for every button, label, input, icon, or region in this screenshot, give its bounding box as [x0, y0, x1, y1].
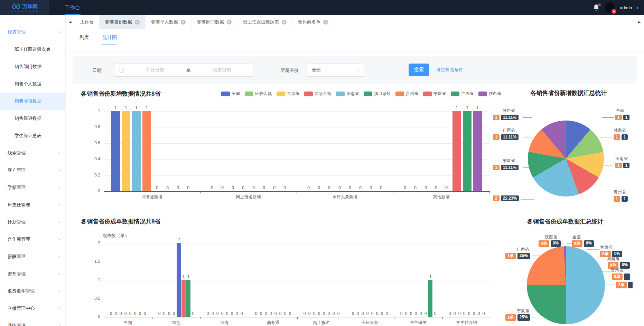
sidebar-item-label: 报表管理	[8, 29, 26, 35]
slice-name: 宁夏省	[503, 158, 515, 164]
close-icon[interactable]: ✕	[227, 20, 232, 25]
sidebar-item-销售个人数据[interactable]: 销售个人数据	[0, 75, 65, 93]
count-badge: 0单	[572, 240, 582, 247]
sidebar-item-计划管理[interactable]: 计划管理›	[0, 213, 65, 231]
logo-glasses-icon	[11, 3, 21, 10]
avatar-plus-badge: +	[612, 9, 616, 14]
tab-销售部门数据[interactable]: 销售部门数据✕	[192, 15, 237, 29]
tab-scroll-left-icon[interactable]: ◀	[66, 20, 75, 24]
pie-chart-orders: 2单宁夏省1单25%广西省1单25%陕西省0单0%全国0单0%甘肃省0单0%湖南…	[498, 218, 633, 326]
sidebar-item-班主任管理[interactable]: 班主任管理›	[0, 196, 65, 213]
avatar[interactable]: +	[605, 2, 615, 13]
pie-circle	[527, 246, 605, 324]
sidebar-item-label: 销售部门数据	[15, 64, 41, 69]
sidebar-item-label: 企微管理中心	[8, 306, 35, 311]
legend-item-应收金额[interactable]: 应收金额	[245, 91, 272, 97]
tab-销售个人数据[interactable]: 销售个人数据✕	[146, 15, 192, 29]
sidebar-item-学生统计总表[interactable]: 学生统计总表	[0, 127, 65, 144]
sidebar-item-label: 学生统计总表	[15, 133, 41, 138]
slice-badges: 0单0%	[539, 240, 561, 247]
sidebar-item-财务管理[interactable]: 财务管理›	[0, 265, 65, 282]
search-button[interactable]: 搜索	[409, 64, 429, 76]
subtab-statistics[interactable]: 统计图	[102, 35, 117, 45]
sidebar-item-退费退学管理[interactable]: 退费退学管理›	[0, 282, 65, 300]
pie-chart-new-title: 各销售省份新增数据汇总统计	[500, 89, 638, 97]
tab-工作台[interactable]: 工作台	[75, 15, 100, 29]
tab-班主任跟进频次表[interactable]: 班主任跟进频次表✕	[237, 15, 292, 29]
slice-badges: 11	[614, 134, 628, 140]
sidebar-item-销售省份数据[interactable]: 销售省份数据	[0, 93, 65, 110]
province-select-value: 全部	[312, 67, 321, 73]
tab-label: 销售部门数据	[197, 19, 224, 25]
close-icon[interactable]: ✕	[323, 20, 328, 25]
legend-item-甘肃省[interactable]: 甘肃省	[277, 91, 299, 97]
legend-swatch	[277, 92, 285, 96]
legend-item-广西省[interactable]: 广西省	[451, 91, 474, 97]
close-icon[interactable]: ✕	[181, 20, 186, 25]
slice-badges: 11	[614, 196, 628, 202]
sidebar-item-label: 财务管理	[8, 271, 26, 276]
notification-bell-icon[interactable]	[593, 4, 600, 11]
subtab-list[interactable]: 列表	[80, 35, 89, 45]
sidebar-item-label: 合作商管理	[8, 237, 30, 242]
slice-badges: 11	[615, 163, 629, 168]
sidebar-item-合作商管理[interactable]: 合作商管理›	[0, 231, 65, 248]
sidebar-item-销售部门数据[interactable]: 销售部门数据	[0, 58, 65, 75]
legend-label: 应收金额	[255, 91, 272, 97]
legend-item-实收金额[interactable]: 实收金额	[304, 91, 331, 97]
legend-item-湖南省[interactable]: 湖南省	[336, 91, 359, 97]
sidebar-item-学籍管理[interactable]: 学籍管理›	[0, 179, 65, 196]
close-icon[interactable]: ✕	[135, 20, 140, 25]
legend-item-宁夏省[interactable]: 宁夏省	[423, 91, 446, 97]
province-label: 所属省份:	[280, 67, 300, 74]
label-leader-line	[601, 165, 613, 166]
count-badge: 1	[614, 196, 620, 202]
count-badge: 1	[493, 165, 500, 170]
legend-item-项目系数[interactable]: 项目系数	[364, 91, 391, 97]
bar-chart-new-title: 各销售省份新增数据情况共8省	[81, 90, 160, 98]
sidebar-item-系统管理[interactable]: 系统管理›	[0, 317, 65, 326]
label-leader-line	[532, 256, 541, 256]
province-select[interactable]: 全部	[307, 64, 364, 77]
legend-item-贵州省[interactable]: 贵州省	[395, 91, 418, 97]
sidebar-item-label: 学籍管理	[8, 185, 26, 190]
clear-filters-link[interactable]: 清空筛选条件	[436, 67, 463, 73]
slice-name: 湖南省	[615, 156, 628, 162]
tab-销售省份数据[interactable]: 销售省份数据✕	[100, 15, 146, 29]
sidebar-item-企微管理中心[interactable]: 企微管理中心›	[0, 300, 65, 317]
legend-label: 全国	[232, 91, 240, 97]
slice-badges: 111.11%	[493, 165, 519, 170]
date-range-input[interactable]: 开始日期 至 结束日期	[114, 64, 253, 77]
slice-badges: 1单25%	[505, 253, 530, 259]
percent-badge: 11.11%	[501, 165, 519, 170]
sidebar-item-label: 退费退学管理	[8, 288, 35, 294]
clock-icon	[119, 68, 124, 73]
label-leader-line	[587, 249, 599, 250]
sidebar-item-线索管理[interactable]: 线索管理›	[0, 144, 65, 162]
label-leader-line	[523, 167, 532, 168]
sidebar-item-报表管理[interactable]: 报表管理›	[0, 23, 65, 41]
legend-item-全国[interactable]: 全国	[221, 91, 240, 97]
close-icon[interactable]: ✕	[282, 20, 287, 25]
label-leader-line	[523, 117, 532, 118]
username[interactable]: admin	[620, 5, 632, 10]
nav-workbench[interactable]: 工作台	[65, 0, 80, 15]
bar-chart-orders-title: 各销售省份成单数据情况共8省	[81, 218, 160, 226]
user-menu-chevron-icon[interactable]: ›	[637, 5, 638, 10]
tab-scroll-right-icon[interactable]: ▶	[635, 20, 644, 24]
tab-label: 合作商名单	[298, 19, 320, 25]
slice-name: 陕西省	[503, 108, 515, 114]
sidebar-item-班主任跟进频次表[interactable]: 班主任跟进频次表	[0, 41, 65, 58]
legend-label: 宁夏省	[433, 91, 446, 97]
sidebar-item-薪酬管理[interactable]: 薪酬管理›	[0, 248, 65, 265]
legend-item-陕西省[interactable]: 陕西省	[478, 91, 501, 97]
sidebar-item-客户管理[interactable]: 客户管理›	[0, 162, 65, 179]
tab-合作商名单[interactable]: 合作商名单✕	[292, 15, 334, 29]
percent-badge: 22.23%	[501, 195, 519, 201]
legend-swatch	[221, 92, 230, 96]
logo[interactable]: 万学网	[0, 0, 49, 15]
slice-badges: 222.23%	[493, 195, 519, 201]
slice-badges: 1单25%	[505, 314, 530, 321]
sidebar-item-销售跟进数据[interactable]: 销售跟进数据	[0, 110, 65, 127]
percent-badge: 0%	[551, 240, 561, 247]
